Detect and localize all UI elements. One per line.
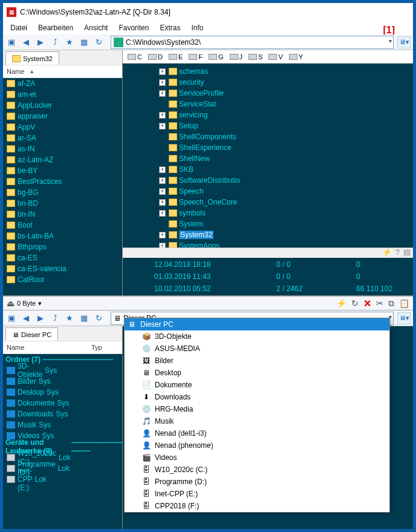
drive-v[interactable]: V xyxy=(266,53,285,61)
tree-item[interactable]: ServiceStat xyxy=(159,99,413,110)
list-item[interactable]: bs-Latn-BA xyxy=(3,231,122,241)
expand-icon[interactable]: + xyxy=(159,90,166,97)
close-icon[interactable]: ✕ xyxy=(363,298,371,309)
lower-item-list[interactable]: Ordner (7) -----------------------------… xyxy=(3,354,122,532)
tree-item[interactable]: +symbols xyxy=(159,208,413,218)
horizontal-scrollbar[interactable] xyxy=(123,248,413,258)
list-item[interactable]: Inet-CPP (E:)Lok xyxy=(3,474,122,485)
list-item[interactable]: ca-ES-valencia xyxy=(3,263,122,274)
tree-item[interactable]: +ServiceProfile xyxy=(159,88,413,99)
copy-icon[interactable]: ⧉ xyxy=(388,298,394,309)
menu-favoriten[interactable]: Favoriten xyxy=(119,24,149,32)
list-item[interactable]: MusikSys xyxy=(3,419,122,430)
back-icon[interactable]: ◀ xyxy=(20,312,32,324)
chevron-down-icon[interactable]: ▾ xyxy=(38,300,42,307)
list-item[interactable]: AppV xyxy=(3,122,122,133)
tree-item[interactable]: ShellExperience xyxy=(159,142,413,153)
drive-e[interactable]: E xyxy=(166,53,185,61)
drive-f[interactable]: F xyxy=(186,53,205,61)
drive-s[interactable]: S xyxy=(246,53,265,61)
menu-datei[interactable]: Datei xyxy=(10,24,27,32)
address-dropdown[interactable]: 🖥Dieser PC📦3D-Objekte💿ASUS-MEDIA🖼Bilder🖥… xyxy=(124,318,390,513)
list-item[interactable]: DesktopSys xyxy=(3,387,122,398)
bolt-icon[interactable]: ⚡ xyxy=(336,298,346,308)
list-item[interactable]: az-Latn-AZ xyxy=(3,154,122,165)
fav-icon[interactable]: ★ xyxy=(63,312,76,324)
drive-j[interactable]: J xyxy=(227,53,245,61)
list-item[interactable]: bn-IN xyxy=(3,209,122,220)
back-icon[interactable]: ◀ xyxy=(20,36,32,48)
tree-item[interactable]: +System32 xyxy=(159,229,413,240)
list-item[interactable]: DownloadsSys xyxy=(3,409,122,419)
tree-item[interactable]: +SoftwareDistributio xyxy=(159,175,413,186)
list-item[interactable]: DokumenteSys xyxy=(3,398,122,409)
tree-item[interactable]: +schemas xyxy=(159,66,413,77)
column-header[interactable]: Name ▲ xyxy=(3,65,122,78)
refresh-icon[interactable]: ↻ xyxy=(93,312,105,324)
dropdown-item[interactable]: 👤Nenad (dell1-i3) xyxy=(125,427,389,439)
tree-item[interactable]: +Speech xyxy=(159,186,413,197)
expand-icon[interactable]: + xyxy=(159,177,166,184)
list-item[interactable]: Boot xyxy=(3,220,122,231)
lower-column-header[interactable]: Name Typ xyxy=(3,341,122,354)
drive-d[interactable]: D xyxy=(146,53,165,61)
tab-dieser-pc[interactable]: 🖥 Dieser PC xyxy=(5,327,58,341)
dropdown-item[interactable]: 💿ASUS-MEDIA xyxy=(125,343,389,355)
dropdown-item[interactable]: 📦3D-Objekte xyxy=(125,330,389,343)
upper-folder-list[interactable]: af-ZAam-etAppLockerappraiserAppVar-SAas-… xyxy=(3,78,122,295)
view-icon[interactable]: ▦ xyxy=(78,312,90,324)
drive-g[interactable]: G xyxy=(206,53,226,61)
up-icon[interactable]: ⤴ xyxy=(49,36,61,48)
help-icon[interactable]: ? xyxy=(395,248,400,257)
tab-system32[interactable]: System32 xyxy=(5,51,59,65)
list-item[interactable]: BilderSys xyxy=(3,376,122,387)
up-icon[interactable]: ⤴ xyxy=(49,312,61,324)
address-bar[interactable]: C:\Windows\System32\ ▾ xyxy=(111,36,394,49)
tree-item[interactable]: +Setup xyxy=(159,120,413,131)
list-item[interactable]: bn-BD xyxy=(3,198,122,209)
dropdown-item[interactable]: 🗄Inet-CPP (E:) xyxy=(125,488,389,500)
fav-icon[interactable]: ★ xyxy=(63,36,76,48)
tree-item[interactable]: ShellNew xyxy=(159,153,413,164)
dropdown-item[interactable]: 🖥Dieser PC xyxy=(125,318,389,330)
dropdown-item[interactable]: 🖥Desktop xyxy=(125,367,389,379)
folder-tree[interactable]: +schemas+security+ServiceProfileServiceS… xyxy=(123,64,413,254)
list-item[interactable]: CatRoot xyxy=(3,274,122,285)
dropdown-item[interactable]: ⬇Downloads xyxy=(125,391,389,403)
expand-icon[interactable]: + xyxy=(159,199,166,206)
chevron-down-icon[interactable]: ▾ xyxy=(389,38,392,44)
list-item[interactable]: am-et xyxy=(3,89,122,100)
list-item[interactable]: be-BY xyxy=(3,165,122,176)
list-item[interactable]: bg-BG xyxy=(3,187,122,198)
menu-ansicht[interactable]: Ansicht xyxy=(84,24,108,32)
eject-icon[interactable]: ⏏ xyxy=(7,298,15,308)
bolt-icon[interactable]: ⚡ xyxy=(382,248,392,257)
dropdown-item[interactable]: 💿HRG-Media xyxy=(125,403,389,415)
expand-icon[interactable]: + xyxy=(159,232,166,238)
tree-item[interactable]: ShellComponents xyxy=(159,131,413,142)
menu-extras[interactable]: Extras xyxy=(160,24,180,32)
dropdown-item[interactable]: 🗄CPP2018 (F:) xyxy=(125,500,389,512)
list-item[interactable]: BestPractices xyxy=(3,176,122,187)
dropdown-item[interactable]: 🗄W10_2020c (C:) xyxy=(125,464,389,476)
explore-icon[interactable]: ▣ xyxy=(5,36,18,48)
menu-icon[interactable]: ▤ xyxy=(403,248,411,257)
dropdown-item[interactable]: 🖼Bilder xyxy=(125,355,389,367)
drive-y[interactable]: Y xyxy=(287,53,305,61)
paste-icon[interactable]: 📋 xyxy=(399,298,409,308)
menu-bearbeiten[interactable]: Bearbeiten xyxy=(38,24,73,32)
dropdown-item[interactable]: 📄Dokumente xyxy=(125,379,389,391)
tree-item[interactable]: +Speech_OneCore xyxy=(159,197,413,208)
expand-icon[interactable]: + xyxy=(159,79,166,86)
explore-icon[interactable]: ▣ xyxy=(5,312,18,324)
dropdown-item[interactable]: 👤Nenad (phenome) xyxy=(125,439,389,452)
expand-icon[interactable]: + xyxy=(159,123,166,130)
list-item[interactable]: Bthprops xyxy=(3,241,122,252)
menu-info[interactable]: Info xyxy=(191,24,203,32)
tree-panel[interactable]: +schemas+security+ServiceProfileServiceS… xyxy=(123,64,413,258)
monitor-button[interactable]: 🖥▾ xyxy=(397,36,411,48)
expand-icon[interactable]: + xyxy=(159,68,166,75)
refresh-icon[interactable]: ↻ xyxy=(93,36,105,48)
dropdown-item[interactable]: 🗄Programme (D:) xyxy=(125,476,389,488)
expand-icon[interactable]: + xyxy=(159,166,166,173)
